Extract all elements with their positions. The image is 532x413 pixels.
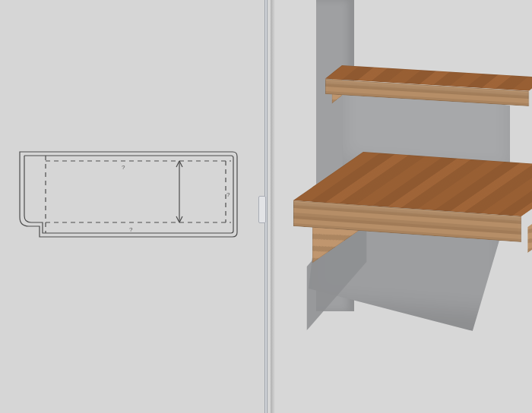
workspace: ? ? ? xyxy=(0,0,532,413)
scene-edge-shadow xyxy=(271,0,275,413)
dim-label-c: ? xyxy=(129,226,132,233)
plan-2d-pane[interactable]: ? ? ? xyxy=(0,0,261,413)
tread-lower-side-notch xyxy=(527,216,532,253)
pane-splitter[interactable] xyxy=(261,0,271,413)
tread-plan-drawing xyxy=(6,147,242,246)
preview-3d-pane[interactable] xyxy=(271,0,532,413)
preview-3d-scene xyxy=(271,0,532,413)
dim-label-b: ? xyxy=(226,191,230,198)
splitter-handle-icon[interactable] xyxy=(258,196,266,223)
dim-label-a: ? xyxy=(122,164,125,171)
